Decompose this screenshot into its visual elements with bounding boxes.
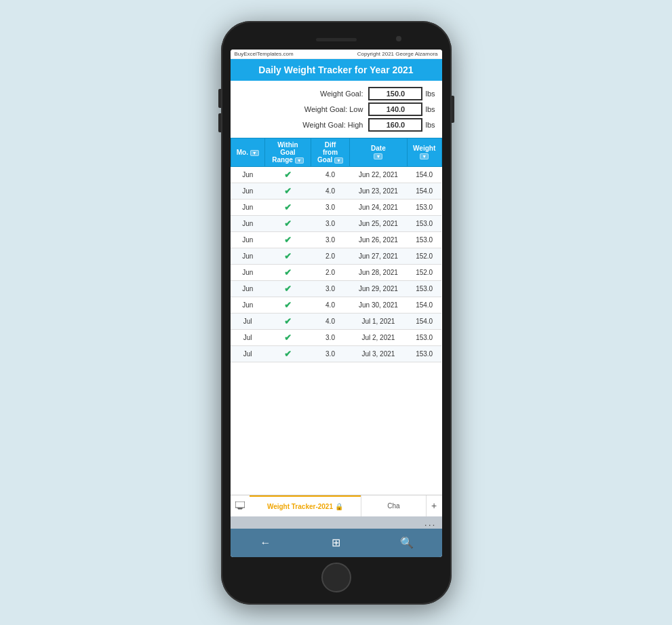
checkmark-icon: ✔ <box>284 333 292 343</box>
table-row: Jun✔3.0Jun 25, 2021153.0 <box>231 215 441 231</box>
nav-back-button[interactable]: ← <box>254 531 278 555</box>
col-date[interactable]: Date ▼ <box>350 138 408 166</box>
cell-weight: 152.0 <box>407 264 441 280</box>
checkmark-icon: ✔ <box>284 170 292 180</box>
weight-goal-input[interactable]: 150.0 <box>368 87 422 100</box>
tab-screen-icon[interactable] <box>231 501 250 510</box>
cell-date: Jun 22, 2021 <box>350 166 408 183</box>
cell-mo: Jun <box>231 297 264 313</box>
vol-down-button[interactable] <box>218 113 221 132</box>
table-row: Jun✔3.0Jun 29, 2021153.0 <box>231 280 441 297</box>
table-header-row: Mo. ▼ Within Goal Range ▼ Diff from <box>231 138 441 166</box>
cell-diff: 4.0 <box>311 166 349 183</box>
table-row: Jun✔3.0Jun 26, 2021153.0 <box>231 231 441 248</box>
phone-bottom <box>231 557 442 595</box>
cell-weight: 153.0 <box>407 199 441 215</box>
more-dots[interactable]: ... <box>424 517 437 528</box>
cell-weight: 153.0 <box>407 280 441 297</box>
cell-within-goal: ✔ <box>264 166 311 183</box>
nav-bar: ← ⊞ 🔍 <box>231 529 442 557</box>
col-weight[interactable]: Weight ▼ <box>407 138 441 166</box>
goals-section: Weight Goal: 150.0 lbs Weight Goal: Low … <box>231 81 442 138</box>
cell-mo: Jun <box>231 183 264 199</box>
cell-date: Jul 2, 2021 <box>350 329 408 345</box>
svg-rect-0 <box>235 501 245 508</box>
col-mo[interactable]: Mo. ▼ <box>231 138 264 166</box>
cell-weight: 153.0 <box>407 231 441 248</box>
cell-diff: 4.0 <box>311 183 349 199</box>
tab-inactive[interactable]: Cha <box>361 495 425 516</box>
checkmark-icon: ✔ <box>284 316 292 326</box>
cell-weight: 154.0 <box>407 297 441 313</box>
power-button[interactable] <box>452 96 454 123</box>
weight-goal-high-row: Weight Goal: High 160.0 lbs <box>237 118 435 132</box>
cell-date: Jul 1, 2021 <box>350 313 408 329</box>
spreadsheet-title: Daily Weight Tracker for Year 2021 <box>231 59 442 81</box>
cell-date: Jun 23, 2021 <box>350 183 408 199</box>
weight-goal-high-input[interactable]: 160.0 <box>368 118 422 132</box>
cell-diff: 3.0 <box>311 329 349 345</box>
vol-up-button[interactable] <box>218 89 221 108</box>
weight-table: Mo. ▼ Within Goal Range ▼ Diff from <box>231 138 442 362</box>
checkmark-icon: ✔ <box>284 202 292 212</box>
cell-weight: 154.0 <box>407 313 441 329</box>
cell-weight: 154.0 <box>407 166 441 183</box>
checkmark-icon: ✔ <box>284 235 292 245</box>
table-row: Jun✔4.0Jun 23, 2021154.0 <box>231 183 441 199</box>
cell-date: Jun 25, 2021 <box>350 215 408 231</box>
cell-within-goal: ✔ <box>264 264 311 280</box>
speaker-grille <box>316 38 357 41</box>
more-dots-bar: ... <box>231 516 442 529</box>
checkmark-icon: ✔ <box>284 186 292 196</box>
cell-mo: Jun <box>231 248 264 264</box>
cell-date: Jun 30, 2021 <box>350 297 408 313</box>
col-within-goal[interactable]: Within Goal Range ▼ <box>264 138 311 166</box>
tab-add-button[interactable]: + <box>426 495 442 516</box>
cell-mo: Jun <box>231 199 264 215</box>
checkmark-icon: ✔ <box>284 251 292 261</box>
nav-search-button[interactable]: 🔍 <box>395 531 419 555</box>
cell-mo: Jun <box>231 264 264 280</box>
cell-diff: 3.0 <box>311 345 349 362</box>
phone-frame: BuyExcelTemplates.com Copyright 2021 Geo… <box>221 21 452 605</box>
cell-date: Jun 24, 2021 <box>350 199 408 215</box>
phone-top-bar <box>231 31 442 50</box>
cell-date: Jun 27, 2021 <box>350 248 408 264</box>
table-row: Jul✔4.0Jul 1, 2021154.0 <box>231 313 441 329</box>
cell-within-goal: ✔ <box>264 215 311 231</box>
cell-date: Jul 3, 2021 <box>350 345 408 362</box>
weight-goal-unit: lbs <box>425 90 435 98</box>
cell-mo: Jun <box>231 231 264 248</box>
table-row: Jul✔3.0Jul 3, 2021153.0 <box>231 345 441 362</box>
cell-date: Jun 26, 2021 <box>350 231 408 248</box>
nav-home-button[interactable]: ⊞ <box>324 531 349 555</box>
table-row: Jul✔3.0Jul 2, 2021153.0 <box>231 329 441 345</box>
cell-within-goal: ✔ <box>264 280 311 297</box>
checkmark-icon: ✔ <box>284 349 292 359</box>
cell-date: Jun 28, 2021 <box>350 264 408 280</box>
checkmark-icon: ✔ <box>284 219 292 229</box>
cell-mo: Jun <box>231 215 264 231</box>
cell-within-goal: ✔ <box>264 248 311 264</box>
col-diff-from-goal[interactable]: Diff from Goal ▼ <box>311 138 349 166</box>
cell-within-goal: ✔ <box>264 329 311 345</box>
website-label: BuyExcelTemplates.com <box>235 51 294 57</box>
cell-mo: Jul <box>231 313 264 329</box>
weight-goal-low-input[interactable]: 140.0 <box>368 102 422 116</box>
cell-within-goal: ✔ <box>264 345 311 362</box>
weight-goal-low-row: Weight Goal: Low 140.0 lbs <box>237 102 435 116</box>
weight-goal-label: Weight Goal: <box>237 90 369 98</box>
table-row: Jun✔4.0Jun 22, 2021154.0 <box>231 166 441 183</box>
table-row: Jun✔3.0Jun 24, 2021153.0 <box>231 199 441 215</box>
tab-inactive-label: Cha <box>387 502 399 510</box>
home-button[interactable] <box>321 563 351 592</box>
copyright-label: Copyright 2021 George Alzamora <box>357 51 438 57</box>
cell-diff: 4.0 <box>311 297 349 313</box>
tab-active[interactable]: Weight Tracker-2021 🔒 <box>250 495 361 516</box>
cell-diff: 2.0 <box>311 264 349 280</box>
checkmark-icon: ✔ <box>284 300 292 310</box>
cell-diff: 3.0 <box>311 280 349 297</box>
screen-header: BuyExcelTemplates.com Copyright 2021 Geo… <box>231 50 442 59</box>
table-row: Jun✔2.0Jun 28, 2021152.0 <box>231 264 441 280</box>
weight-goal-high-unit: lbs <box>425 121 435 129</box>
